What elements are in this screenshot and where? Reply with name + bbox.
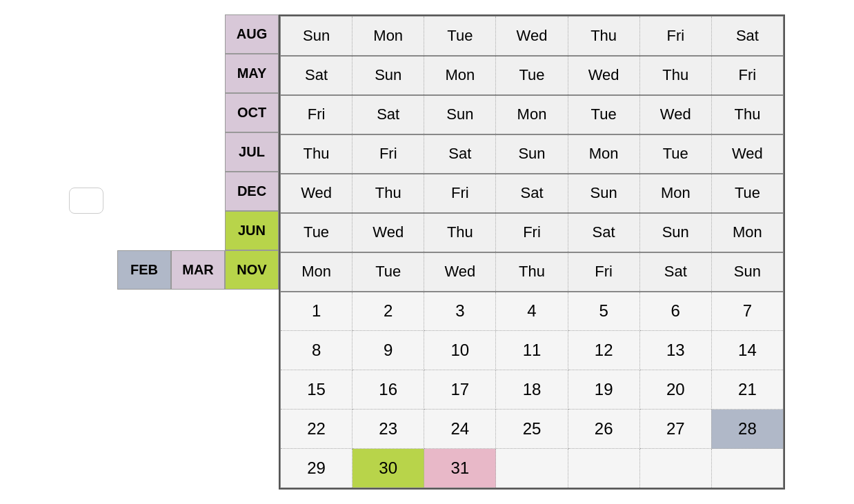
month-label-empty (171, 211, 225, 250)
month-label-JUN: JUN (225, 211, 279, 250)
date-cell-12[interactable]: 12 (568, 331, 639, 370)
date-cell-empty[interactable] (568, 449, 639, 488)
date-cell-18[interactable]: 18 (496, 370, 568, 410)
day-header-r4-c1: Thu (352, 174, 424, 213)
date-cell-27[interactable]: 27 (639, 410, 711, 449)
date-cell-31[interactable]: 31 (424, 449, 496, 488)
day-header-r0-c1: Mon (352, 17, 424, 56)
day-header-r0-c2: Tue (424, 17, 496, 56)
date-cell-13[interactable]: 13 (639, 331, 711, 370)
month-label-JUL: JUL (225, 132, 279, 172)
day-header-r4-c4: Sun (568, 174, 639, 213)
day-header-r6-c0: Mon (281, 252, 352, 292)
date-cell-3[interactable]: 3 (424, 292, 496, 331)
day-header-r0-c3: Wed (496, 17, 568, 56)
day-header-r0-c6: Sat (711, 17, 783, 56)
date-cell-26[interactable]: 26 (568, 410, 639, 449)
date-cell-5[interactable]: 5 (568, 292, 639, 331)
date-cell-1[interactable]: 1 (281, 292, 352, 331)
day-header-r0-c0: Sun (281, 17, 352, 56)
day-header-r2-c5: Wed (639, 95, 711, 134)
date-cell-25[interactable]: 25 (496, 410, 568, 449)
day-header-r3-c6: Wed (711, 134, 783, 174)
day-header-r5-c1: Wed (352, 213, 424, 252)
day-header-r1-c2: Mon (424, 56, 496, 95)
date-cell-23[interactable]: 23 (352, 410, 424, 449)
month-label-empty (117, 54, 171, 93)
day-header-r6-c4: Fri (568, 252, 639, 292)
date-cell-16[interactable]: 16 (352, 370, 424, 410)
month-label-empty (171, 54, 225, 93)
date-cell-8[interactable]: 8 (281, 331, 352, 370)
day-header-r1-c4: Wed (568, 56, 639, 95)
day-header-r6-c6: Sun (711, 252, 783, 292)
day-header-r1-c5: Thu (639, 56, 711, 95)
calendar-table-wrapper: SunMonTueWedThuFriSatSatSunMonTueWedThuF… (279, 14, 785, 490)
day-header-r6-c1: Tue (352, 252, 424, 292)
day-header-r6-c5: Sat (639, 252, 711, 292)
day-header-r2-c1: Sat (352, 95, 424, 134)
date-cell-9[interactable]: 9 (352, 331, 424, 370)
month-label-empty (171, 14, 225, 54)
date-cell-11[interactable]: 11 (496, 331, 568, 370)
date-cell-28[interactable]: 28 (711, 410, 783, 449)
day-header-r2-c0: Fri (281, 95, 352, 134)
month-label-empty (171, 132, 225, 172)
month-label-empty (171, 172, 225, 211)
day-header-r0-c5: Fri (639, 17, 711, 56)
month-label-DEC: DEC (225, 172, 279, 211)
day-header-r3-c3: Sun (496, 134, 568, 174)
date-cell-10[interactable]: 10 (424, 331, 496, 370)
date-cell-21[interactable]: 21 (711, 370, 783, 410)
day-header-r6-c2: Wed (424, 252, 496, 292)
day-header-r5-c6: Mon (711, 213, 783, 252)
day-header-r1-c0: Sat (281, 56, 352, 95)
day-header-r4-c2: Fri (424, 174, 496, 213)
date-cell-empty[interactable] (639, 449, 711, 488)
date-cell-17[interactable]: 17 (424, 370, 496, 410)
day-header-r4-c5: Mon (639, 174, 711, 213)
month-label-MAY: MAY (225, 54, 279, 93)
day-header-r2-c3: Mon (496, 95, 568, 134)
day-header-r5-c2: Thu (424, 213, 496, 252)
day-header-r2-c4: Tue (568, 95, 639, 134)
month-label-empty (117, 93, 171, 132)
day-header-r6-c3: Thu (496, 252, 568, 292)
day-header-r1-c1: Sun (352, 56, 424, 95)
day-header-r4-c0: Wed (281, 174, 352, 213)
date-cell-2[interactable]: 2 (352, 292, 424, 331)
month-label-NOV: NOV (225, 250, 279, 290)
day-header-r3-c1: Fri (352, 134, 424, 174)
date-cell-30[interactable]: 30 (352, 449, 424, 488)
day-header-r4-c3: Sat (496, 174, 568, 213)
date-cell-20[interactable]: 20 (639, 370, 711, 410)
date-cell-15[interactable]: 15 (281, 370, 352, 410)
month-col-mar: MAR (171, 14, 225, 290)
day-header-r0-c4: Thu (568, 17, 639, 56)
date-cell-19[interactable]: 19 (568, 370, 639, 410)
year-display (69, 188, 103, 214)
date-cell-empty[interactable] (711, 449, 783, 488)
day-header-r2-c2: Sun (424, 95, 496, 134)
day-header-r1-c6: Fri (711, 56, 783, 95)
day-header-r3-c5: Tue (639, 134, 711, 174)
date-cell-empty[interactable] (496, 449, 568, 488)
date-cell-6[interactable]: 6 (639, 292, 711, 331)
month-label-empty (117, 132, 171, 172)
date-cell-4[interactable]: 4 (496, 292, 568, 331)
date-cell-7[interactable]: 7 (711, 292, 783, 331)
day-header-r5-c3: Fri (496, 213, 568, 252)
left-section: FEB MAR AUGMAYOCTJULDECJUNNOV (69, 14, 279, 290)
date-cell-29[interactable]: 29 (281, 449, 352, 488)
date-cell-22[interactable]: 22 (281, 410, 352, 449)
month-col-feb: FEB (117, 14, 171, 290)
day-header-r3-c0: Thu (281, 134, 352, 174)
date-cell-14[interactable]: 14 (711, 331, 783, 370)
month-label-OCT: OCT (225, 93, 279, 132)
date-cell-24[interactable]: 24 (424, 410, 496, 449)
day-header-r5-c0: Tue (281, 213, 352, 252)
day-header-r5-c5: Sun (639, 213, 711, 252)
month-label-FEB: FEB (117, 250, 171, 290)
month-label-MAR: MAR (171, 250, 225, 290)
month-label-empty (117, 211, 171, 250)
